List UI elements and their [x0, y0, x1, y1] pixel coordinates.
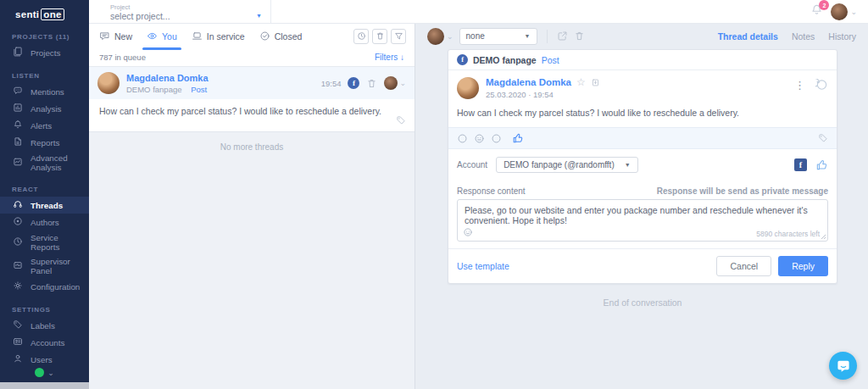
sidebar-item-users[interactable]: Users: [0, 351, 89, 368]
author-avatar: [457, 77, 479, 99]
archive-button[interactable]: [591, 78, 600, 87]
sidebar-item-label: Reports: [31, 138, 59, 147]
open-external-button[interactable]: [557, 31, 568, 42]
filter-button[interactable]: [391, 29, 406, 44]
assign-agent-menu[interactable]: ⌄: [384, 76, 406, 90]
horizontal-scrollbar[interactable]: [0, 382, 89, 389]
post-type-link[interactable]: Post: [542, 55, 559, 65]
mentions-icon: [13, 86, 23, 97]
sidebar-item-supervisor-panel[interactable]: Supervisor Panel: [0, 254, 89, 278]
sidebar-item-reports[interactable]: Reports: [0, 134, 89, 151]
delete-button[interactable]: [372, 29, 387, 44]
use-template-link[interactable]: Use template: [457, 261, 509, 271]
tab-notes[interactable]: Notes: [792, 31, 815, 42]
clock-icon: [357, 31, 366, 41]
sidebar-item-service-reports[interactable]: Service Reports: [0, 231, 89, 254]
sidebar-item-threads[interactable]: Threads: [0, 197, 89, 214]
user-menu[interactable]: ⌄: [831, 3, 857, 20]
like-channel-button[interactable]: [815, 158, 828, 171]
tab-history[interactable]: History: [828, 31, 856, 42]
caret-down-icon: ▼: [625, 162, 631, 168]
agent-avatar: [384, 76, 398, 90]
presence-status-toggle[interactable]: ⌄: [0, 368, 89, 377]
cancel-button[interactable]: Cancel: [716, 256, 771, 276]
thread-author[interactable]: Magdalena Domka: [126, 73, 209, 83]
tab-new[interactable]: New: [99, 24, 132, 48]
sentione-logo[interactable]: senti one: [0, 0, 89, 22]
like-button[interactable]: [512, 132, 524, 144]
response-head: Response content Response will be send a…: [448, 181, 837, 199]
chat-widget-button[interactable]: [829, 352, 857, 380]
trash-icon: [366, 78, 377, 89]
filters-link[interactable]: Filters ↓: [375, 53, 404, 62]
section-title-react: REACT: [0, 175, 89, 197]
response-textarea[interactable]: Please, go to our website and enter you …: [458, 200, 827, 229]
thread-post-type[interactable]: Post: [191, 85, 207, 94]
star-icon[interactable]: ☆: [576, 78, 586, 86]
more-options-button[interactable]: ⋮: [794, 81, 805, 91]
characters-left-label: 5890 characters left: [756, 230, 820, 238]
chevron-down-icon: ⌄: [850, 9, 857, 14]
card-source-row: f DEMO fanpage Post: [448, 50, 837, 70]
delete-conversation-button[interactable]: [574, 31, 585, 42]
comment-button[interactable]: [815, 79, 828, 92]
sidebar: senti one PROJECTS (11) Projects LISTEN …: [0, 0, 89, 389]
add-label-button[interactable]: [818, 133, 828, 143]
funnel-icon: [394, 31, 403, 41]
post-author[interactable]: Magdalena Domka: [486, 77, 571, 87]
analysis-icon: [13, 103, 23, 114]
smiley-icon: [474, 133, 485, 144]
sidebar-item-label: Accounts: [31, 338, 64, 347]
sentiment-neutral-button[interactable]: [474, 133, 485, 144]
tab-label: In service: [207, 31, 245, 42]
sidebar-item-projects[interactable]: Projects: [0, 44, 89, 61]
assignee-avatar: [427, 28, 444, 45]
sentiment-positive-button[interactable]: [491, 133, 502, 144]
sidebar-item-accounts[interactable]: Accounts: [0, 334, 89, 351]
sentiment-negative-button[interactable]: [457, 133, 468, 144]
project-select-label: Project: [110, 3, 262, 11]
tab-you[interactable]: You: [147, 24, 177, 48]
account-select-value: DEMO fanpage (@randomfft): [504, 160, 615, 169]
laptop-icon: [192, 31, 203, 42]
sidebar-item-labels[interactable]: Labels: [0, 317, 89, 334]
response-privacy-hint: Response will be send as private message: [657, 186, 828, 196]
tab-thread-details[interactable]: Thread details: [718, 31, 778, 42]
resize-grip-icon: [821, 234, 826, 240]
delete-thread-button[interactable]: [366, 78, 377, 89]
sidebar-item-analysis[interactable]: Analysis: [0, 100, 89, 117]
threads-panel: New You In service Closed: [89, 24, 415, 389]
sidebar-item-advanced-analysis[interactable]: Advanced Analysis: [0, 151, 89, 175]
facebook-channel-button[interactable]: f: [794, 158, 807, 171]
caret-down-icon: ▼: [525, 33, 531, 39]
thread-time: 19:54: [321, 79, 342, 88]
projects-icon: [13, 47, 23, 58]
assignee-select[interactable]: none ▼: [459, 28, 537, 45]
snooze-button[interactable]: [353, 29, 369, 44]
logo-boxed-text: one: [41, 8, 64, 20]
bell-icon: [13, 119, 23, 131]
assignee-avatar-menu[interactable]: ⌄: [427, 28, 453, 45]
thread-list-item[interactable]: Magdalena Domka DEMO fanpage Post 19:54 …: [89, 67, 415, 132]
sidebar-item-mentions[interactable]: Mentions: [0, 83, 89, 100]
check-circle-icon: [259, 31, 270, 42]
sidebar-item-alerts[interactable]: Alerts: [0, 117, 89, 134]
logo-text: senti: [15, 9, 39, 19]
sidebar-item-configuration[interactable]: Configuration: [0, 278, 89, 295]
project-select[interactable]: Project select project... ▼: [89, 0, 271, 23]
notifications-button[interactable]: 2: [810, 3, 823, 19]
account-select[interactable]: DEMO fanpage (@randomfft) ▼: [496, 157, 638, 173]
main-area: Project select project... ▼ 2 ⌄: [89, 0, 868, 389]
thread-body: How can I check my parcel status? I woul…: [89, 99, 415, 131]
tab-label: Closed: [275, 31, 303, 42]
add-label-button[interactable]: [396, 115, 406, 127]
content: New You In service Closed: [89, 24, 868, 389]
sidebar-item-authors[interactable]: Authors: [0, 214, 89, 231]
emoji-picker-button[interactable]: [463, 227, 473, 237]
reply-button[interactable]: Reply: [778, 256, 828, 276]
tab-in-service[interactable]: In service: [192, 24, 245, 48]
arrow-down-icon: ↓: [400, 53, 404, 62]
clock-icon: [13, 236, 23, 248]
resize-handle[interactable]: [821, 234, 826, 240]
tab-closed[interactable]: Closed: [259, 24, 303, 48]
